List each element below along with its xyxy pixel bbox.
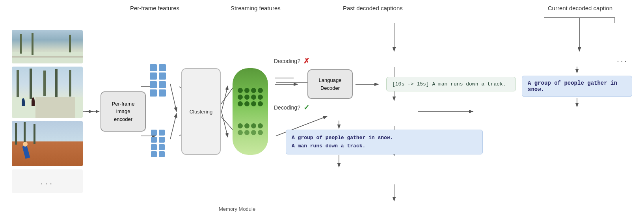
grid-cell — [159, 144, 165, 150]
grid-icons — [150, 64, 166, 159]
grid-cell — [150, 81, 157, 88]
decoding-no-label: Decoding? — [274, 58, 300, 64]
svg-line-24 — [221, 112, 228, 137]
stream-dot — [238, 101, 243, 106]
video-frame-snow-park — [12, 67, 83, 118]
grid-cell — [150, 89, 157, 97]
stream-dot — [251, 88, 256, 93]
left-decode-column: Decoding? ✗ Language Decoder — [274, 55, 516, 112]
stream-dot — [258, 101, 263, 106]
grid-cell — [159, 64, 166, 71]
final-caption-line1: A group of people gather in snow. — [292, 134, 477, 142]
grid-cell — [159, 130, 165, 136]
current-caption-text: [10s -> 15s] A man runs down a track. — [392, 81, 506, 87]
svg-line-22 — [170, 113, 177, 139]
grid-cell — [159, 72, 166, 80]
past-captions-label: Past decoded captions — [343, 5, 403, 11]
decoding-no-row: Decoding? ✗ — [274, 57, 516, 65]
from-clustering-arrows — [221, 72, 233, 151]
decoding-no-mark: ✗ — [303, 57, 309, 65]
streaming-blob-container — [233, 68, 268, 155]
stream-dot — [258, 88, 263, 93]
past-ellipsis: ... — [617, 55, 628, 64]
grid-icon-bottom — [151, 130, 165, 159]
decoding-section: Decoding? ✗ Language Decoder — [274, 55, 632, 169]
encoder-box: Per-frame Image encoder — [101, 91, 146, 132]
grid-cell — [151, 137, 157, 143]
svg-line-23 — [221, 86, 228, 112]
decoder-label: Language Decoder — [314, 76, 346, 92]
current-caption-label: Current decoded caption — [548, 5, 612, 11]
video-frame-top — [12, 30, 83, 63]
grid-cell — [151, 144, 157, 150]
middle-diagram: Clustering — [150, 64, 268, 159]
current-caption-area: [10s -> 15s] A man runs down a track. — [386, 77, 516, 91]
decoding-yes-mark: ✓ — [303, 103, 309, 112]
stream-dot — [238, 88, 243, 93]
video-frame-athlete — [12, 121, 83, 166]
stream-dot — [251, 101, 256, 106]
decoding-yes-row: Decoding? ✓ — [274, 103, 516, 112]
final-caption-section: A group of people gather in snow. A man … — [274, 120, 632, 169]
stream-dot — [238, 130, 243, 135]
current-caption-box: [10s -> 15s] A man runs down a track. — [386, 77, 516, 91]
past-to-decoder-arrow — [573, 97, 581, 109]
stream-dot — [244, 130, 249, 135]
frames-to-encoder-arrow — [85, 108, 101, 115]
past-section: Decoding? ✗ Language Decoder — [274, 55, 632, 112]
stream-dot — [251, 95, 256, 100]
video-frames-column: ... — [12, 30, 85, 193]
grid-cell — [151, 151, 157, 157]
final-down-arrow — [335, 154, 343, 168]
grid-cell — [159, 81, 166, 88]
video-frame-dots: ... — [12, 169, 83, 193]
past-captions-column: ... A group of people gather in snow. — [522, 55, 632, 109]
streaming-label: Streaming features — [231, 5, 281, 11]
stream-dot — [238, 123, 243, 128]
grid-cell — [159, 151, 165, 157]
svg-marker-20 — [96, 110, 100, 113]
grid-cell — [151, 130, 157, 136]
decoder-arrows — [274, 72, 305, 96]
grid-cell — [159, 89, 166, 97]
memory-module-box: Clustering — [181, 68, 221, 155]
per-frame-label: Per-frame features — [130, 5, 179, 11]
encoder-label: Per-frame Image encoder — [108, 100, 138, 123]
streaming-top-dots — [238, 88, 263, 106]
stream-dot — [258, 123, 263, 128]
clustering-label: Clustering — [190, 109, 213, 115]
decoder-out-arrow — [355, 72, 386, 96]
grid-icon-top — [150, 64, 166, 98]
stream-dot — [258, 95, 263, 100]
stream-dot — [244, 88, 249, 93]
decoder-row: Language Decoder [10s -> 15s] A man runs… — [274, 69, 516, 100]
stream-dot — [251, 123, 256, 128]
stream-dot — [251, 130, 256, 135]
to-clustering-arrows — [169, 72, 181, 151]
past-caption-text: A group of people gather in snow. — [528, 80, 617, 93]
decoding-yes-label: Decoding? — [274, 104, 300, 111]
streaming-blob — [233, 68, 268, 155]
svg-line-21 — [170, 84, 177, 112]
stream-dot — [244, 123, 249, 128]
stream-dot — [244, 101, 249, 106]
past-down-arrow — [573, 66, 581, 76]
grid-cell — [150, 64, 157, 71]
final-caption-box: A group of people gather in snow. A man … — [286, 130, 483, 155]
stream-dot — [258, 130, 263, 135]
memory-module-label: Memory Module — [219, 206, 255, 212]
stream-dot — [244, 95, 249, 100]
ellipsis-area: ... — [522, 55, 632, 64]
decoder-down-arrow — [335, 120, 343, 130]
grid-cell — [150, 72, 157, 80]
decoder-box: Language Decoder — [307, 69, 353, 99]
past-caption-box: A group of people gather in snow. — [522, 76, 632, 97]
final-caption-line2: A man runs down a track. — [292, 142, 477, 151]
grid-cell — [159, 137, 165, 143]
stream-dot — [238, 95, 243, 100]
streaming-bottom-dots — [238, 123, 263, 135]
